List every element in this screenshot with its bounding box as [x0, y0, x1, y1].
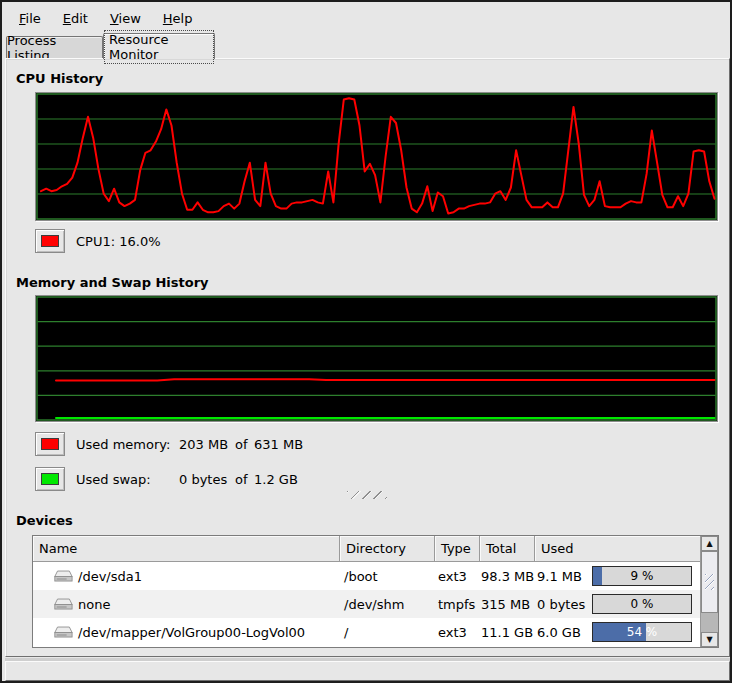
- memory-history-title: Memory and Swap History: [16, 275, 209, 290]
- device-type: tmpfs: [435, 597, 480, 612]
- device-name-cell: none: [33, 597, 340, 612]
- swap-used-value: 0 bytes: [179, 472, 235, 487]
- menu-file[interactable]: File: [8, 8, 52, 29]
- menu-help-mnemonic: H: [163, 11, 173, 26]
- device-name-cell: /dev/sda1: [33, 569, 340, 584]
- device-directory: /dev/shm: [340, 597, 435, 612]
- scroll-up-icon: ▲: [706, 540, 712, 548]
- device-total: 11.1 GB: [480, 625, 535, 640]
- device-used: 6.0 GB: [535, 625, 590, 640]
- memory-label: Used memory:: [76, 437, 179, 452]
- cpu1-color-button[interactable]: [35, 229, 65, 253]
- scrollbar-track[interactable]: [701, 551, 718, 632]
- swap-color-button[interactable]: [35, 467, 65, 491]
- scrollbar-up-button[interactable]: ▲: [701, 536, 718, 551]
- devices-table: Name Directory Type Total Used /dev/sda1…: [32, 535, 719, 648]
- memory-total-value: 631 MB: [254, 437, 303, 452]
- devices-table-header: Name Directory Type Total Used: [33, 536, 700, 562]
- device-name: none: [78, 597, 110, 612]
- device-used-cell: 0 bytes 0 %: [535, 594, 700, 614]
- swap-total-value: 1.2 GB: [254, 472, 298, 487]
- column-header-directory[interactable]: Directory: [340, 536, 435, 562]
- column-header-name-label: Name: [39, 541, 77, 556]
- devices-scrollbar: ▲ ▼: [700, 536, 718, 647]
- column-header-total-label: Total: [486, 541, 516, 556]
- menu-help-label: elp: [173, 11, 193, 26]
- scrollbar-down-button[interactable]: ▼: [701, 632, 718, 647]
- progressbar-label: 9 %: [593, 567, 691, 585]
- device-used-cell: 6.0 GB 54 %: [535, 622, 700, 642]
- device-name: /dev/mapper/VolGroup00-LogVol00: [78, 625, 305, 640]
- swap-of-text: of: [235, 472, 254, 487]
- device-usage-progressbar: 0 %: [592, 594, 692, 614]
- cpu-history-chart: [36, 93, 717, 220]
- menu-edit-mnemonic: E: [63, 11, 71, 26]
- status-bar: [5, 661, 730, 681]
- swap-label: Used swap:: [76, 472, 179, 487]
- menu-view[interactable]: View: [99, 8, 152, 29]
- scrollbar-thumb[interactable]: [701, 551, 718, 613]
- device-directory: /boot: [340, 569, 435, 584]
- device-used: 0 bytes: [535, 597, 590, 612]
- device-used-cell: 9.1 MB 9 %: [535, 566, 700, 586]
- column-header-used[interactable]: Used: [535, 536, 700, 562]
- memory-of-text: of: [235, 437, 254, 452]
- device-type: ext3: [435, 625, 480, 640]
- devices-title: Devices: [16, 513, 73, 528]
- cpu-history-title: CPU History: [16, 71, 103, 86]
- scroll-down-icon: ▼: [706, 636, 712, 644]
- cpu-legend: CPU1: 16.0%: [35, 229, 161, 253]
- menu-view-label: iew: [119, 11, 141, 26]
- progressbar-label: 0 %: [593, 595, 691, 613]
- tab-resource-monitor[interactable]: Resource Monitor: [103, 33, 215, 59]
- device-row-none[interactable]: none /dev/shm tmpfs 315 MB 0 bytes 0 %: [33, 590, 700, 618]
- hard-drive-icon: [53, 569, 73, 584]
- tab-resource-monitor-label: Resource Monitor: [104, 30, 214, 64]
- menu-bar: File Edit View Help: [4, 4, 728, 32]
- devices-table-view: Name Directory Type Total Used /dev/sda1…: [33, 536, 700, 647]
- hard-drive-icon: [53, 597, 73, 612]
- menu-help[interactable]: Help: [152, 8, 204, 29]
- memory-color-swatch: [41, 438, 59, 450]
- memory-history-graph: [35, 295, 718, 422]
- menu-edit-label: dit: [71, 11, 88, 26]
- memory-legend-row: Used memory: 203 MB of 631 MB: [35, 432, 303, 456]
- device-directory: /: [340, 625, 435, 640]
- device-usage-progressbar: 9 %: [592, 566, 692, 586]
- scrollbar-thumb-grip: [705, 574, 714, 590]
- device-name-cell: /dev/mapper/VolGroup00-LogVol00: [33, 625, 340, 640]
- pane-resize-grip[interactable]: [347, 491, 387, 499]
- device-type: ext3: [435, 569, 480, 584]
- menu-file-label: ile: [26, 11, 41, 26]
- device-usage-progressbar: 54 %: [592, 622, 692, 642]
- device-row-sda1[interactable]: /dev/sda1 /boot ext3 98.3 MB 9.1 MB 9 %: [33, 562, 700, 590]
- hard-drive-icon: [53, 625, 73, 640]
- column-header-type[interactable]: Type: [435, 536, 480, 562]
- column-header-directory-label: Directory: [346, 541, 406, 556]
- tab-process-listing[interactable]: Process Listing: [6, 36, 103, 58]
- column-header-total[interactable]: Total: [480, 536, 535, 562]
- cpu1-usage-label: CPU1: 16.0%: [76, 234, 161, 249]
- memory-history-chart: [36, 296, 717, 421]
- device-row-volgroup[interactable]: /dev/mapper/VolGroup00-LogVol00 / ext3 1…: [33, 618, 700, 646]
- column-header-name[interactable]: Name: [33, 536, 340, 562]
- menu-edit[interactable]: Edit: [52, 8, 99, 29]
- column-header-type-label: Type: [441, 541, 471, 556]
- progressbar-label: 54 %: [593, 623, 691, 641]
- device-total: 315 MB: [480, 597, 535, 612]
- cpu-history-graph: [35, 92, 718, 221]
- swap-color-swatch: [41, 473, 59, 485]
- swap-legend-row: Used swap: 0 bytes of 1.2 GB: [35, 467, 298, 491]
- device-used: 9.1 MB: [535, 569, 590, 584]
- memory-color-button[interactable]: [35, 432, 65, 456]
- device-total: 98.3 MB: [480, 569, 535, 584]
- column-header-used-label: Used: [541, 541, 574, 556]
- system-monitor-window: File Edit View Help Process Listing Reso…: [0, 0, 732, 683]
- menu-view-mnemonic: V: [110, 11, 119, 26]
- device-name: /dev/sda1: [78, 569, 142, 584]
- cpu1-color-swatch: [41, 235, 59, 247]
- memory-used-value: 203 MB: [179, 437, 235, 452]
